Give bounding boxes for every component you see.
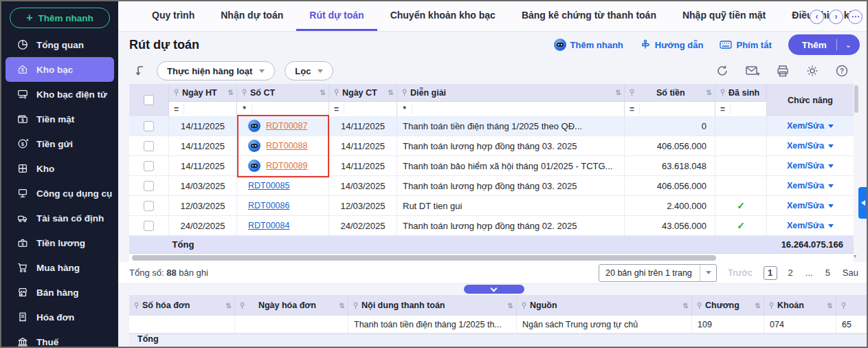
add-dropdown-caret-icon[interactable]: ⌄ (837, 41, 860, 50)
sort-icon[interactable]: ⇅ (340, 302, 345, 309)
sidebar-item-0[interactable]: Tổng quan (5, 32, 114, 57)
column-khoan[interactable]: Khoản⇅ (764, 295, 836, 316)
document-link[interactable]: RDT00087 (266, 121, 307, 131)
sort-icon[interactable]: ⇅ (683, 302, 689, 309)
filter-operator[interactable]: * (397, 105, 412, 114)
tabs-scroll-left-icon[interactable]: ‹ (810, 10, 824, 24)
table-row[interactable]: 14/11/2025RDT0008914/11/2025Thanh toán b… (129, 156, 854, 176)
sidebar-item-4[interactable]: $Tiền gửi (5, 131, 114, 156)
document-link[interactable]: RDT00086 (248, 201, 289, 210)
column-so-hoa-don[interactable]: Số hóa đơn⇅ (129, 295, 235, 316)
tab-nhan-du-toan[interactable]: Nhận dự toán (208, 1, 296, 31)
document-link[interactable]: RDT00089 (266, 161, 307, 171)
tab-rut-du-toan[interactable]: Rút dự toán (296, 1, 377, 31)
column-so-tien[interactable]: Số tiền⇅ = (625, 84, 715, 116)
quick-add-button[interactable]: + Thêm nhanh (10, 8, 110, 28)
filter-dropdown[interactable]: Lọc (285, 61, 333, 80)
view-edit-button[interactable]: Xem/Sửa (767, 136, 854, 155)
pager-page-1[interactable]: 1 (764, 266, 777, 280)
table-row[interactable]: 14/03/2025RDT0008514/03/2025Thanh toán l… (129, 176, 854, 196)
filter-input[interactable] (184, 102, 236, 116)
row-checkbox[interactable] (144, 201, 154, 211)
tab-nhap-quy-tien-mat[interactable]: Nhập quỹ tiền mặt (669, 1, 779, 31)
quick-add-assistant-button[interactable]: Thêm nhanh (554, 39, 623, 51)
shortcut-button[interactable]: Phím tắt (720, 40, 771, 50)
tab-chuyen-khoan-kho-bac[interactable]: Chuyển khoản kho bạc (377, 1, 509, 31)
sort-icon[interactable]: ⇅ (755, 302, 761, 309)
column-ngay-ct[interactable]: Ngày CT⇅ = (329, 84, 397, 116)
document-link[interactable]: RDT00084 (248, 221, 289, 230)
view-edit-button[interactable]: Xem/Sửa (767, 156, 854, 175)
sort-icon[interactable]: ⇅ (388, 89, 394, 96)
horizontal-scrollbar-thumb[interactable] (132, 255, 716, 261)
filter-input[interactable] (252, 102, 329, 116)
tab-quy-trinh[interactable]: Quy trình (139, 1, 208, 31)
document-link[interactable]: RDT00085 (248, 181, 289, 191)
column-ngay-ht[interactable]: Ngày HT⇅ = (169, 84, 237, 116)
sort-icon[interactable]: ⇅ (320, 89, 326, 96)
pager-page-2[interactable]: 2 (787, 268, 794, 278)
pager-ellipsis[interactable]: ... (804, 268, 814, 278)
sidebar-item-6[interactable]: Công cụ dụng cụ (5, 181, 114, 206)
guide-button[interactable]: Hướng dẫn (640, 39, 704, 50)
view-edit-button[interactable]: Xem/Sửa (767, 176, 854, 195)
tabs-more-icon[interactable]: ⋯ (848, 10, 863, 24)
filter-operator[interactable]: = (329, 105, 344, 114)
pager-next[interactable]: Sau (841, 268, 860, 278)
column-da-sinh[interactable]: Đã sinh = (715, 84, 767, 116)
row-checkbox[interactable] (144, 141, 154, 151)
filter-input[interactable] (412, 102, 624, 116)
refresh-icon[interactable] (715, 64, 729, 78)
sidebar-item-7[interactable]: Tài sản cố định (5, 206, 114, 230)
sort-icon[interactable]: ⇅ (706, 89, 712, 96)
column-chuong[interactable]: Chương⇅ (692, 295, 764, 316)
row-checkbox[interactable] (144, 121, 154, 131)
sort-icon[interactable]: ⇅ (226, 302, 232, 309)
filter-operator[interactable]: = (169, 105, 184, 114)
page-size-select[interactable]: 20 bản ghi trên 1 trang (599, 264, 717, 282)
row-checkbox[interactable] (144, 181, 154, 191)
sidebar-item-8[interactable]: $Tiền lương (5, 230, 114, 255)
column-nguon[interactable]: Nguồn⇅ (517, 295, 692, 316)
filter-operator[interactable]: = (625, 105, 640, 114)
detail-row[interactable]: Thanh toán tiền điện tháng 1/2025 th... … (129, 316, 868, 334)
filter-operator[interactable]: = (715, 105, 731, 114)
move-down-arrow-icon[interactable] (133, 64, 147, 78)
sidebar-item-1[interactable]: $Kho bạc (5, 57, 114, 82)
column-dien-giai[interactable]: Diễn giải⇅ * (397, 84, 625, 116)
scroll-down-icon[interactable]: ▾ (854, 253, 856, 259)
filter-input[interactable] (731, 102, 766, 116)
filter-input[interactable] (344, 102, 397, 116)
document-link[interactable]: RDT00088 (266, 141, 307, 151)
add-button[interactable]: Thêm ⌄ (788, 34, 860, 55)
sort-icon[interactable]: ⇅ (508, 302, 513, 309)
select-all-checkbox[interactable] (144, 95, 154, 105)
sidebar-item-11[interactable]: Hóa đơn (5, 305, 114, 329)
sort-icon[interactable]: ⇅ (228, 89, 234, 96)
gear-icon[interactable] (805, 64, 819, 78)
view-edit-button[interactable]: Xem/Sửa (767, 116, 854, 135)
sort-icon[interactable]: ⇅ (827, 302, 833, 309)
sort-icon[interactable]: ⇅ (616, 89, 621, 96)
sidebar-item-9[interactable]: Mua hàng (5, 255, 114, 280)
filter-operator[interactable]: * (237, 105, 252, 114)
expand-side-panel-button[interactable] (858, 187, 868, 219)
view-edit-button[interactable]: Xem/Sửa (767, 216, 854, 235)
tab-bang-ke-chung-tu[interactable]: Bảng kê chứng từ thanh toán (509, 1, 669, 31)
row-checkbox[interactable] (144, 221, 154, 231)
sidebar-item-3[interactable]: $Tiền mặt (5, 107, 114, 131)
batch-actions-dropdown[interactable]: Thực hiện hàng loạt (157, 61, 275, 80)
row-checkbox[interactable] (144, 161, 154, 171)
column-so-ct[interactable]: Số CT⇅ * (237, 84, 329, 116)
sidebar-item-10[interactable]: Bán hàng (5, 280, 114, 305)
table-row[interactable]: 14/11/2025RDT0008714/11/2025Thanh toán t… (129, 116, 854, 136)
column-ngay-hoa-don[interactable]: Ngày hóa đơn⇅ (235, 295, 348, 316)
help-icon[interactable]: ? (835, 64, 849, 78)
collapse-detail-button[interactable] (464, 285, 524, 294)
pager-prev[interactable]: Trước (726, 268, 754, 278)
pager-page-5[interactable]: 5 (824, 268, 832, 278)
sidebar-item-5[interactable]: Kho (5, 156, 114, 181)
sidebar-item-12[interactable]: Thuế (5, 329, 114, 347)
sidebar-item-2[interactable]: $Kho bạc điện tử (5, 82, 114, 107)
view-edit-button[interactable]: Xem/Sửa (767, 196, 854, 215)
